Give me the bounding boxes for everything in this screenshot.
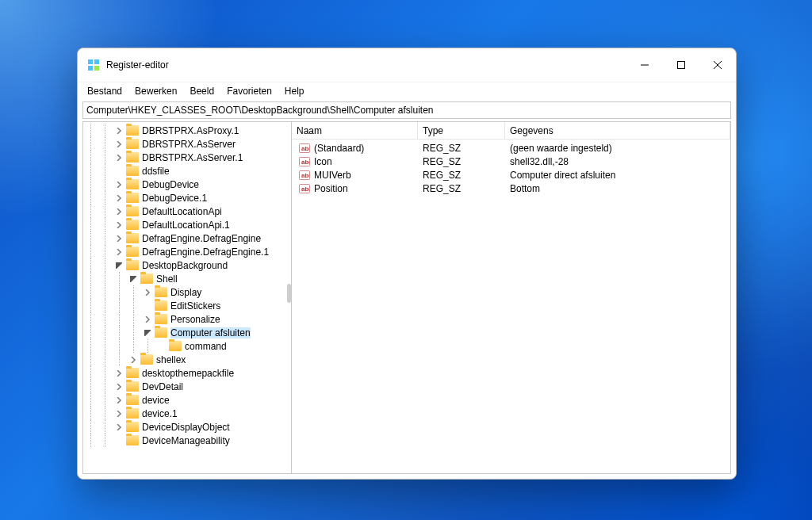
folder-icon xyxy=(126,381,139,392)
chevron-right-icon[interactable] xyxy=(113,139,124,150)
value-type: REG_SZ xyxy=(418,143,505,154)
folder-icon xyxy=(126,435,139,445)
value-row[interactable]: ab(Standaard)REG_SZ(geen waarde ingestel… xyxy=(292,141,730,155)
tree-item-label: DebugDevice.1 xyxy=(142,193,207,204)
folder-icon xyxy=(155,327,167,338)
folder-icon xyxy=(126,206,139,216)
col-header-type[interactable]: Type xyxy=(418,122,505,139)
tree-item[interactable]: DeviceManageability xyxy=(83,434,291,447)
chevron-right-icon[interactable] xyxy=(113,125,124,136)
chevron-right-icon[interactable] xyxy=(113,381,124,392)
tree-item-label: DebugDevice xyxy=(142,179,199,190)
tree-item[interactable]: DebugDevice.1 xyxy=(83,191,291,205)
tree-item[interactable]: DefragEngine.DefragEngine xyxy=(83,231,291,245)
folder-icon xyxy=(126,125,139,136)
chevron-right-icon[interactable] xyxy=(113,179,124,190)
folder-icon xyxy=(155,300,167,311)
chevron-right-icon[interactable] xyxy=(113,152,124,163)
tree-item[interactable]: desktopthemepackfile xyxy=(83,366,291,380)
chevron-down-icon[interactable] xyxy=(142,327,153,338)
value-row[interactable]: abIconREG_SZshell32.dll,-28 xyxy=(292,155,730,168)
chevron-down-icon[interactable] xyxy=(113,260,124,271)
folder-icon xyxy=(155,287,167,297)
menubar: Bestand Bewerken Beeld Favorieten Help xyxy=(78,82,736,99)
close-button[interactable] xyxy=(699,48,736,82)
main-panes: DBRSTPRX.AsProxy.1DBRSTPRX.AsServerDBRST… xyxy=(82,121,731,474)
chevron-right-icon[interactable] xyxy=(142,314,153,325)
folder-icon xyxy=(126,247,139,257)
value-row[interactable]: abPositionREG_SZBottom xyxy=(292,182,730,195)
menu-bestand[interactable]: Bestand xyxy=(81,84,128,98)
tree-item[interactable]: EditStickers xyxy=(83,299,291,312)
tree-item[interactable]: DefaultLocationApi.1 xyxy=(83,218,291,231)
tree-item-label: DBRSTPRX.AsServer xyxy=(142,139,236,150)
values-pane[interactable]: Naam Type Gegevens ab(Standaard)REG_SZ(g… xyxy=(292,122,730,473)
folder-icon xyxy=(155,314,167,324)
tree-item-label: DefragEngine.DefragEngine.1 xyxy=(142,247,269,258)
value-name: Position xyxy=(314,183,348,194)
menu-bewerken[interactable]: Bewerken xyxy=(128,84,183,98)
value-data: (geen waarde ingesteld) xyxy=(505,143,730,154)
values-header[interactable]: Naam Type Gegevens xyxy=(292,122,730,140)
titlebar[interactable]: Register-editor xyxy=(78,48,736,82)
tree-item[interactable]: DBRSTPRX.AsServer xyxy=(83,137,291,151)
chevron-right-icon[interactable] xyxy=(113,206,124,217)
chevron-right-icon[interactable] xyxy=(113,247,124,258)
svg-rect-1 xyxy=(94,59,99,64)
tree-item-label: DeviceManageability xyxy=(142,435,230,446)
maximize-button[interactable] xyxy=(663,48,699,82)
folder-icon xyxy=(126,220,139,230)
tree-item[interactable]: DefaultLocationApi xyxy=(83,205,291,218)
chevron-right-icon[interactable] xyxy=(142,287,153,298)
tree-item[interactable]: DebugDevice xyxy=(83,178,291,191)
registry-editor-icon xyxy=(87,59,100,71)
tree-item[interactable]: DBRSTPRX.AsServer.1 xyxy=(83,151,291,164)
tree-item[interactable]: device.1 xyxy=(83,407,291,420)
value-type: REG_SZ xyxy=(418,170,505,181)
chevron-right-icon[interactable] xyxy=(113,422,124,433)
tree-item[interactable]: shellex xyxy=(83,353,291,366)
tree-item-label: ddsfile xyxy=(142,166,170,177)
tree-item[interactable]: Computer afsluiten xyxy=(83,326,291,339)
tree-item[interactable]: Display xyxy=(83,285,291,299)
chevron-right-icon[interactable] xyxy=(113,193,124,204)
minimize-button[interactable] xyxy=(626,48,663,82)
menu-beeld[interactable]: Beeld xyxy=(183,84,220,98)
menu-favorieten[interactable]: Favorieten xyxy=(220,84,278,98)
tree-item[interactable]: DesktopBackground xyxy=(83,258,291,272)
chevron-right-icon[interactable] xyxy=(128,354,139,365)
value-data: shell32.dll,-28 xyxy=(505,156,730,167)
pane-splitter[interactable] xyxy=(289,122,292,473)
tree-item-label: desktopthemepackfile xyxy=(142,368,234,379)
tree-item-label: device xyxy=(142,395,170,406)
value-row[interactable]: abMUIVerbREG_SZComputer direct afsluiten xyxy=(292,168,730,182)
tree-item[interactable]: DefragEngine.DefragEngine.1 xyxy=(83,245,291,258)
folder-icon xyxy=(126,422,139,432)
chevron-right-icon[interactable] xyxy=(113,395,124,406)
tree-item-label: EditStickers xyxy=(170,300,220,312)
chevron-right-icon[interactable] xyxy=(113,408,124,419)
svg-rect-0 xyxy=(88,59,93,64)
chevron-right-icon[interactable] xyxy=(113,220,124,231)
tree-item[interactable]: DevDetail xyxy=(83,380,291,393)
tree-item[interactable]: DeviceDisplayObject xyxy=(83,420,291,434)
folder-icon xyxy=(126,395,139,405)
tree-item[interactable]: Personalize xyxy=(83,312,291,326)
tree-item[interactable]: ddsfile xyxy=(83,164,291,178)
folder-icon xyxy=(169,341,182,351)
address-bar[interactable]: Computer\HKEY_CLASSES_ROOT\DesktopBackgr… xyxy=(82,101,731,119)
tree-pane[interactable]: DBRSTPRX.AsProxy.1DBRSTPRX.AsServerDBRST… xyxy=(83,122,292,473)
tree-item[interactable]: DBRSTPRX.AsProxy.1 xyxy=(83,124,291,137)
chevron-right-icon[interactable] xyxy=(113,233,124,244)
svg-rect-3 xyxy=(94,66,99,71)
menu-help[interactable]: Help xyxy=(278,84,311,98)
value-type: REG_SZ xyxy=(418,156,505,167)
tree-item[interactable]: command xyxy=(83,339,291,353)
tree-item[interactable]: device xyxy=(83,393,291,407)
col-header-name[interactable]: Naam xyxy=(292,122,418,139)
tree-item[interactable]: Shell xyxy=(83,272,291,285)
col-header-data[interactable]: Gegevens xyxy=(505,122,730,139)
folder-icon xyxy=(126,408,139,419)
chevron-down-icon[interactable] xyxy=(128,273,139,285)
chevron-right-icon[interactable] xyxy=(113,368,124,379)
